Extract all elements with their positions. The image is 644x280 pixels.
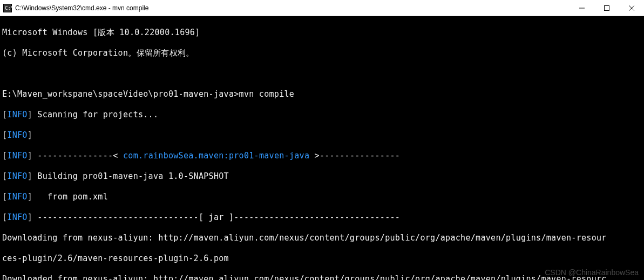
info-artifact-line: [INFO] ---------------< com.rainbowSea.m… xyxy=(2,151,642,161)
terminal-output[interactable]: Microsoft Windows [版本 10.0.22000.1696] (… xyxy=(0,16,644,280)
window-titlebar: C:\ C:\Windows\System32\cmd.exe - mvn co… xyxy=(0,0,644,16)
close-button[interactable] xyxy=(619,0,644,16)
blank-line xyxy=(2,69,642,79)
maximize-button[interactable] xyxy=(594,0,619,16)
info-jar-line: [INFO] --------------------------------[… xyxy=(2,212,642,223)
download-line: ces-plugin/2.6/maven-resources-plugin-2.… xyxy=(2,254,642,264)
prompt-line: E:\Maven_workspane\spaceVideo\pro01-mave… xyxy=(2,89,642,99)
download-line: Downloaded from nexus-aliyun: http://mav… xyxy=(2,274,642,280)
info-pom-line: [INFO] from pom.xml xyxy=(2,192,642,202)
window-controls xyxy=(570,0,644,16)
download-line: Downloading from nexus-aliyun: http://ma… xyxy=(2,233,642,243)
info-line: [INFO] Scanning for projects... xyxy=(2,110,642,120)
window-title: C:\Windows\System32\cmd.exe - mvn compil… xyxy=(15,4,570,12)
svg-rect-4 xyxy=(605,5,609,10)
copyright-line: (c) Microsoft Corporation。保留所有权利。 xyxy=(2,48,642,58)
info-line: [INFO] xyxy=(2,130,642,141)
minimize-button[interactable] xyxy=(570,0,594,16)
os-version-line: Microsoft Windows [版本 10.0.22000.1696] xyxy=(2,28,642,38)
cmd-icon: C:\ xyxy=(3,4,12,12)
info-building-line: [INFO] Building pro01-maven-java 1.0-SNA… xyxy=(2,171,642,182)
svg-text:C:\: C:\ xyxy=(5,5,12,11)
